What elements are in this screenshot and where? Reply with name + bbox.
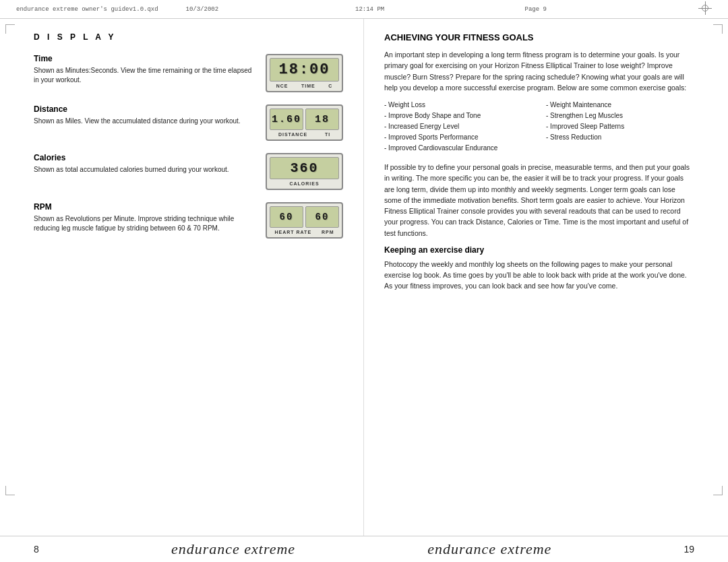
distance-lcd-screen2: 18 xyxy=(305,108,339,130)
display-item-rpm: RPM Shown as Revolutions per Minute. Imp… xyxy=(34,202,343,239)
goal-item: Strengthen Leg Muscles xyxy=(546,111,694,121)
rpm-lcd-screens: 60 60 xyxy=(270,206,339,228)
goals-list-left: Weight Loss Improve Body Shape and Tone … xyxy=(384,100,533,154)
main-content: D I S P L A Y Time Shown as Minutes:Seco… xyxy=(0,19,728,536)
distance-label-dist: DISTANCE xyxy=(278,132,307,137)
goals-list-right: Weight Maintenance Strengthen Leg Muscle… xyxy=(546,100,694,143)
corner-tr xyxy=(713,24,723,34)
distance-lcd-screen1: 1.60 xyxy=(270,108,303,130)
time-description: Shown as Minutes:Seconds. View the time … xyxy=(34,66,255,85)
calories-lcd-labels: CALORIES xyxy=(270,181,339,186)
right-body2: Photocopy the weekly and monthly log she… xyxy=(384,259,694,292)
rpm-lcd-panel: 60 60 HEART RATE RPM xyxy=(266,202,343,239)
goals-col-left: Weight Loss Improve Body Shape and Tone … xyxy=(384,100,533,154)
distance-label-ti: TI xyxy=(325,132,330,137)
calories-lcd-screen: 360 xyxy=(270,157,339,179)
rpm-title: RPM xyxy=(34,202,255,212)
rpm-lcd-screen1: 60 xyxy=(270,206,303,228)
goal-item: Increased Energy Level xyxy=(384,121,533,132)
goal-item: Weight Maintenance xyxy=(546,100,694,111)
left-page: D I S P L A Y Time Shown as Minutes:Seco… xyxy=(0,19,364,536)
calories-label: CALORIES xyxy=(289,181,319,186)
calories-lcd-panel: 360 CALORIES xyxy=(266,153,343,190)
distance-lcd-screens: 1.60 18 xyxy=(270,108,339,130)
meta-date: 10/3/2002 xyxy=(186,6,349,13)
distance-lcd-labels: DISTANCE TI xyxy=(270,132,339,137)
rpm-label-hr: HEART RATE xyxy=(274,230,311,235)
time-lcd-labels: NCE TIME C xyxy=(270,84,339,88)
display-item-distance: Distance Shown as Miles. View the accumu… xyxy=(34,104,343,141)
rpm-text: RPM Shown as Revolutions per Minute. Imp… xyxy=(34,202,255,233)
display-item-time: Time Shown as Minutes:Seconds. View the … xyxy=(34,54,343,92)
rpm-label-rpm: RPM xyxy=(322,230,334,235)
calories-description: Shown as total accumulated calories burn… xyxy=(34,165,255,175)
display-section-heading: D I S P L A Y xyxy=(34,32,343,42)
distance-text: Distance Shown as Miles. View the accumu… xyxy=(34,104,255,126)
time-label-time: TIME xyxy=(301,84,315,88)
goals-columns: Weight Loss Improve Body Shape and Tone … xyxy=(384,100,694,154)
top-meta-bar: endurance extreme owner's guidev1.0.qxd … xyxy=(0,0,728,19)
goal-item: Stress Reduction xyxy=(546,132,694,143)
goals-col-right: Weight Maintenance Strengthen Leg Muscle… xyxy=(546,100,694,154)
goal-item: Improved Sleep Patterns xyxy=(546,121,694,132)
meta-page: Page 9 xyxy=(525,6,688,13)
goal-item: Weight Loss xyxy=(384,100,533,111)
right-intro: An important step in developing a long t… xyxy=(384,49,694,93)
page-number-right: 19 xyxy=(684,544,694,555)
right-page: ACHIEVING YOUR FITNESS GOALS An importan… xyxy=(364,19,728,536)
page-outer: endurance extreme owner's guidev1.0.qxd … xyxy=(0,0,728,562)
goal-item: Improved Cardiovascular Endurance xyxy=(384,143,533,154)
calories-title: Calories xyxy=(34,153,255,162)
rpm-lcd-labels: HEART RATE RPM xyxy=(270,230,339,235)
distance-title: Distance xyxy=(34,104,255,114)
time-lcd-panel: 18:00 NCE TIME C xyxy=(266,54,343,92)
corner-br xyxy=(713,486,723,495)
corner-bl xyxy=(5,486,15,495)
cross-mark xyxy=(698,1,712,15)
rpm-lcd-screen2: 60 xyxy=(305,206,339,228)
registration-mark xyxy=(698,1,712,18)
goal-item: Improved Sports Performance xyxy=(384,132,533,143)
time-text: Time Shown as Minutes:Seconds. View the … xyxy=(34,54,255,85)
meta-time: 12:14 PM xyxy=(355,6,518,13)
distance-description: Shown as Miles. View the accumulated dis… xyxy=(34,117,255,126)
display-item-calories: Calories Shown as total accumulated calo… xyxy=(34,153,343,190)
brand-name-left: endurance extreme xyxy=(171,540,295,558)
cross-circle xyxy=(702,5,708,11)
right-subheading: Keeping an exercise diary xyxy=(384,245,694,255)
page-number-left: 8 xyxy=(34,544,39,555)
meta-filename: endurance extreme owner's guidev1.0.qxd xyxy=(16,6,179,13)
corner-tl xyxy=(5,24,15,34)
footer: 8 endurance extreme endurance extreme 19 xyxy=(0,536,728,562)
time-label-c: C xyxy=(328,84,332,88)
distance-lcd-panel: 1.60 18 DISTANCE TI xyxy=(266,104,343,141)
rpm-description: Shown as Revolutions per Minute. Improve… xyxy=(34,214,255,233)
time-title: Time xyxy=(34,54,255,63)
brand-name-right: endurance extreme xyxy=(427,540,551,558)
time-label-nce: NCE xyxy=(276,84,289,88)
right-section-heading: ACHIEVING YOUR FITNESS GOALS xyxy=(384,32,694,42)
right-body1: If possible try to define your personal … xyxy=(384,162,694,239)
time-lcd-screen: 18:00 xyxy=(270,58,339,82)
calories-text: Calories Shown as total accumulated calo… xyxy=(34,153,255,175)
goal-item: Improve Body Shape and Tone xyxy=(384,111,533,121)
